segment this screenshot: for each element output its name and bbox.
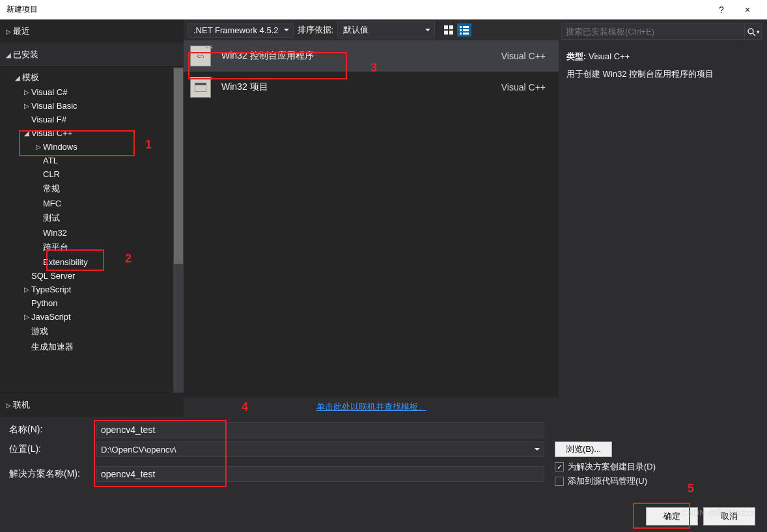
- fsharp-label: Visual F#: [31, 115, 66, 124]
- left-panel: ▷ 最近 ◢ 已安装 ◢模板 ▷Visual C# ▷Visual Basic …: [0, 20, 184, 417]
- type-value: Visual C++: [589, 51, 630, 61]
- chevron-right-icon: ▷: [22, 102, 31, 109]
- sort-label: 排序依据:: [298, 24, 334, 36]
- svg-rect-2: [444, 31, 448, 35]
- solution-input[interactable]: [96, 466, 544, 482]
- atl-node[interactable]: ATL: [0, 154, 184, 167]
- ext-node[interactable]: Extensibility: [0, 255, 184, 269]
- svg-rect-8: [460, 33, 462, 35]
- xplat-label: 跨平台: [43, 242, 68, 253]
- close-button[interactable]: ×: [734, 5, 760, 15]
- svg-rect-1: [449, 25, 453, 29]
- checkbox-icon: [555, 462, 564, 471]
- chevron-down-icon: ◢: [22, 130, 31, 137]
- win32-label: Win32: [43, 228, 67, 238]
- type-line: 类型: Visual C++: [566, 49, 759, 64]
- plus-icon: ++: [205, 44, 213, 51]
- clr-node[interactable]: CLR: [0, 167, 184, 181]
- svg-point-12: [748, 29, 753, 34]
- description-text: 用于创建 Win32 控制台应用程序的项目: [566, 66, 759, 81]
- search-online-link[interactable]: 单击此处以联机并查找模板。: [316, 402, 426, 412]
- csharp-node[interactable]: ▷Visual C#: [0, 85, 184, 99]
- template-row-win32-project[interactable]: ++ Win32 项目 Visual C++: [184, 72, 559, 103]
- template-name: Win32 项目: [221, 81, 501, 93]
- create-dir-label: 为解决方案创建目录(D): [568, 461, 656, 473]
- tree-top: ▷ 最近: [0, 20, 184, 43]
- create-dir-checkbox[interactable]: 为解决方案创建目录(D): [555, 461, 656, 473]
- general-node[interactable]: 常规: [0, 181, 184, 197]
- description-panel: 类型: Visual C++ 用于创建 Win32 控制台应用程序的项目: [559, 46, 767, 85]
- xplat-node[interactable]: 跨平台: [0, 240, 184, 255]
- chevron-down-icon: ◢: [13, 74, 22, 81]
- accel-node[interactable]: 生成加速器: [0, 339, 184, 355]
- installed-label: 已安装: [13, 49, 38, 61]
- recent-node[interactable]: ▷ 最近: [0, 23, 184, 39]
- framework-combo[interactable]: .NET Framework 4.5.2: [188, 23, 294, 38]
- templates-label: 模板: [22, 72, 39, 83]
- svg-rect-9: [463, 33, 469, 35]
- view-list-button[interactable]: [457, 23, 471, 36]
- windows-label: Windows: [43, 142, 77, 152]
- name-input[interactable]: [96, 422, 544, 438]
- scrollbar-thumb[interactable]: [174, 68, 183, 264]
- chevron-down-icon: ◢: [4, 51, 13, 59]
- template-row-win32-console[interactable]: C:\++ Win32 控制台应用程序 Visual C++: [184, 40, 559, 72]
- right-panel: ▾ 类型: Visual C++ 用于创建 Win32 控制台应用程序的项目: [559, 20, 767, 417]
- game-node[interactable]: 游戏: [0, 324, 184, 339]
- type-label: 类型:: [566, 51, 586, 61]
- list-icon: [460, 25, 469, 35]
- template-toolbar: .NET Framework 4.5.2 排序依据: 默认值: [184, 20, 559, 40]
- python-label: Python: [31, 298, 57, 308]
- template-lang: Visual C++: [501, 51, 552, 61]
- js-node[interactable]: ▷JavaScript: [0, 310, 184, 324]
- dropdown-arrow-icon: ▾: [757, 29, 760, 35]
- online-node[interactable]: ▷ 联机: [0, 397, 184, 413]
- svg-rect-3: [449, 31, 453, 35]
- general-label: 常规: [43, 183, 60, 195]
- grid-icon: [444, 25, 453, 35]
- tree-scroll: ◢模板 ▷Visual C# ▷Visual Basic Visual F# ◢…: [0, 66, 184, 393]
- python-node[interactable]: Python: [0, 296, 184, 310]
- ts-node[interactable]: ▷TypeScript: [0, 283, 184, 296]
- view-large-icons-button[interactable]: [441, 23, 456, 36]
- framework-value: .NET Framework 4.5.2: [193, 25, 279, 35]
- window-title: 新建项目: [7, 4, 708, 15]
- win32-node[interactable]: Win32: [0, 226, 184, 240]
- search-input[interactable]: [561, 23, 745, 40]
- test-node[interactable]: 测试: [0, 210, 184, 226]
- svg-rect-5: [463, 26, 469, 28]
- svg-rect-6: [460, 29, 462, 31]
- chevron-right-icon: ▷: [22, 313, 31, 320]
- svg-line-13: [753, 33, 755, 36]
- windows-node[interactable]: ▷Windows: [0, 140, 184, 154]
- location-combo[interactable]: D:\OpenCV\opencv\: [96, 441, 544, 457]
- sql-node[interactable]: SQL Server: [0, 269, 184, 283]
- clr-label: CLR: [43, 169, 60, 179]
- add-source-control-checkbox[interactable]: 添加到源代码管理(U): [555, 475, 656, 487]
- accel-label: 生成加速器: [31, 341, 74, 353]
- fsharp-node[interactable]: Visual F#: [0, 113, 184, 126]
- svg-rect-0: [444, 25, 448, 29]
- online-label: 联机: [13, 399, 30, 411]
- search-button[interactable]: ▾: [745, 23, 762, 40]
- chevron-right-icon: ▷: [4, 402, 13, 409]
- online-footer: ▷ 联机: [0, 393, 184, 417]
- svg-rect-4: [460, 26, 462, 28]
- name-label: 名称(N):: [9, 424, 96, 436]
- svg-rect-11: [195, 83, 206, 85]
- templates-node[interactable]: ◢模板: [0, 70, 184, 85]
- solution-row: 解决方案名称(M): 为解决方案创建目录(D) 添加到源代码管理(U): [9, 461, 758, 487]
- vcpp-node[interactable]: ◢Visual C++: [0, 126, 184, 140]
- chevron-right-icon: ▷: [34, 143, 43, 150]
- game-label: 游戏: [31, 326, 48, 337]
- atl-label: ATL: [43, 156, 58, 165]
- installed-node[interactable]: ◢ 已安装: [0, 47, 184, 63]
- tree-scrollbar[interactable]: [173, 67, 184, 393]
- help-button[interactable]: ?: [708, 5, 734, 15]
- csharp-label: Visual C#: [31, 87, 67, 97]
- search-icon: [747, 27, 756, 36]
- vb-node[interactable]: ▷Visual Basic: [0, 99, 184, 113]
- mfc-node[interactable]: MFC: [0, 197, 184, 210]
- sort-combo[interactable]: 默认值: [337, 21, 435, 38]
- browse-button[interactable]: 浏览(B)...: [555, 441, 612, 457]
